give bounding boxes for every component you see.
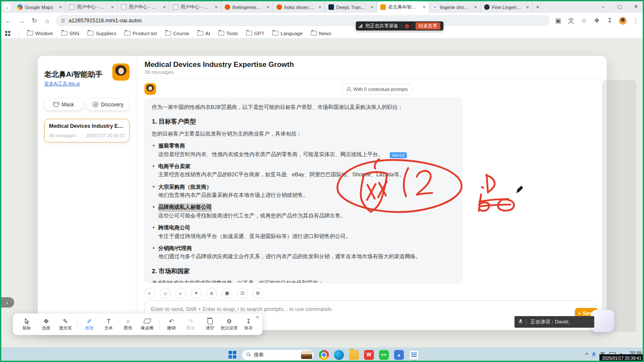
section-1-intro: 您的目标客户主要是以批发和分销为主的商业客户，具体包括： xyxy=(152,130,455,138)
tab-google-maps[interactable]: Google Maps✕ xyxy=(14,1,66,13)
tab-close-icon[interactable]: ✕ xyxy=(525,4,530,10)
browser-tab-bar: ⌄ Google Maps✕ 用户中心 - 首页✕ 用户中心 - 首页✕ 用户中… xyxy=(0,0,644,13)
emoji-icon[interactable]: ☺ xyxy=(160,288,171,299)
tool-eraser[interactable]: 橡皮擦 xyxy=(138,317,157,331)
downloads-icon[interactable]: ↧ xyxy=(606,17,614,24)
minimize-button[interactable]: – xyxy=(595,0,611,13)
site-info-icon[interactable]: ☰ xyxy=(61,18,65,24)
taskbar-search[interactable]: 搜索 xyxy=(242,350,314,360)
robot-icon[interactable]: ⊡ xyxy=(237,288,248,299)
toolbar-right-icons: ▣ 文 ☆ ❖ ↧ ⋮ xyxy=(554,17,640,25)
tab-close-icon[interactable]: ✕ xyxy=(369,4,374,10)
address-bar[interactable]: ☰ a12657915116.mini1-oai.autos xyxy=(56,15,550,26)
tab-search-chevron-icon[interactable]: ⌄ xyxy=(3,3,11,11)
bookmark-folder-course[interactable]: Course xyxy=(165,31,189,36)
tool-select[interactable]: ✥ 选择 xyxy=(36,317,56,331)
plugins-grid-icon[interactable]: ⊞ xyxy=(253,288,263,299)
more-tools-link[interactable]: 更多Ai工具:lbb.ai xyxy=(44,81,80,87)
taskbar-wechat-icon[interactable]: ●● xyxy=(379,350,389,360)
taskbar-app-icon[interactable]: ▲ xyxy=(394,350,404,360)
recording-dot-icon xyxy=(405,24,409,28)
datetime-tooltip: 2025/01/17 20:39:41 xyxy=(599,354,644,362)
tab-lingerie-shop-search[interactable]: Glingerie shop - G✕ xyxy=(429,1,481,13)
floating-widget[interactable] xyxy=(591,310,614,332)
bookmark-folder-wisdom[interactable]: Wisdom xyxy=(27,31,53,36)
tool-clear[interactable]: 清空 xyxy=(200,317,220,331)
bookmark-folder-ai[interactable]: AI xyxy=(197,31,210,36)
tab-laobeibi-active[interactable]: 老北鼻AI智能助手✕ xyxy=(377,1,429,13)
tab-user-center-3[interactable]: 用户中心 - 首页✕ xyxy=(169,1,221,13)
bookmark-folder-sns[interactable]: SNS xyxy=(61,31,80,36)
discovery-button[interactable]: @Discovery xyxy=(87,99,129,110)
bookmark-star-icon[interactable]: ☆ xyxy=(580,17,588,24)
folder-icon xyxy=(61,31,67,36)
tab-close-icon[interactable]: ✕ xyxy=(162,4,167,10)
stop-sharing-button[interactable]: 结束共享 xyxy=(415,22,440,30)
taskbar-notes-icon[interactable] xyxy=(409,350,419,360)
cast-icon[interactable]: ▣ xyxy=(554,17,562,24)
tab-close-icon[interactable]: ✕ xyxy=(317,4,322,10)
bookmark-folder-gpt[interactable]: GPT xyxy=(246,31,265,36)
taskbar-edge-icon[interactable] xyxy=(334,350,344,360)
tab-close-icon[interactable]: ✕ xyxy=(214,4,219,10)
tab-close-icon[interactable]: ✕ xyxy=(473,4,478,10)
tab-close-icon[interactable]: ✕ xyxy=(110,4,115,10)
bookmark-folder-suppliers[interactable]: Suppliers xyxy=(87,31,116,36)
taskbar-explorer-icon[interactable] xyxy=(349,350,359,360)
tab-close-icon[interactable]: ✕ xyxy=(58,4,63,10)
tool-mouse[interactable]: 鼠标 xyxy=(17,317,36,331)
mask-button[interactable]: Mask xyxy=(44,99,83,110)
tool-save[interactable]: ↧ 保存 xyxy=(239,317,258,331)
tool-laser-pen[interactable]: ✎ 激光笔 xyxy=(56,317,75,331)
window-controls: – ▢ ✕ xyxy=(595,0,644,13)
bookmark-folder-news[interactable]: News xyxy=(311,31,331,36)
font-size-icon[interactable]: A xyxy=(206,288,217,299)
tab-fine-lingerie[interactable]: Fine Lingerie, Sle✕ xyxy=(481,1,533,13)
left-panel-toggle[interactable]: › xyxy=(0,297,14,308)
taskbar-chrome-icon[interactable] xyxy=(319,350,329,360)
close-window-button[interactable]: ✕ xyxy=(628,0,644,13)
chat-list-item-selected[interactable]: Medical Devices Industry Exp... 38 messa… xyxy=(44,119,129,142)
back-icon[interactable]: ← xyxy=(4,17,13,24)
tool-annotation-settings[interactable]: ⚙ 批注设置 xyxy=(220,317,239,331)
screen: ⌄ Google Maps✕ 用户中心 - 首页✕ 用户中心 - 首页✕ 用户中… xyxy=(0,0,644,362)
new-tab-button[interactable]: + xyxy=(533,2,543,12)
profile-avatar[interactable] xyxy=(619,17,627,25)
bookmark-folder-product-list[interactable]: Product list xyxy=(124,31,157,36)
tab-user-center-1[interactable]: 用户中心 - 首页✕ xyxy=(66,1,117,13)
bookmark-folder-language[interactable]: Language xyxy=(272,31,302,36)
scroll-to-bottom-icon[interactable]: » xyxy=(144,288,155,299)
frame-icon[interactable]: ▣ xyxy=(222,288,232,299)
forward-icon[interactable]: → xyxy=(17,17,26,24)
tab-close-icon[interactable]: ✕ xyxy=(421,4,427,10)
taskbar-wps-icon[interactable]: W xyxy=(364,350,374,360)
cube-favicon-icon xyxy=(173,4,178,10)
tab-deepl[interactable]: DeepL Translate✕ xyxy=(325,1,377,13)
start-button[interactable] xyxy=(229,351,237,359)
prompt-wand-icon[interactable]: ✦ xyxy=(191,288,202,299)
apps-grid-icon[interactable] xyxy=(5,31,10,36)
maximize-button[interactable]: ▢ xyxy=(611,0,628,13)
tab-user-center-2[interactable]: 用户中心 - 首页✕ xyxy=(117,1,169,13)
contextual-prompts-pill[interactable]: With 0 contextual prompts xyxy=(341,84,413,95)
toolbar-close-icon[interactable]: ✕ xyxy=(256,315,259,320)
tool-undo[interactable]: ↶ 撤销 xyxy=(162,317,181,331)
bookmark-folder-tools[interactable]: Tools xyxy=(218,31,238,36)
tray-mic-icon[interactable] xyxy=(592,352,596,358)
home-icon[interactable]: ⌂ xyxy=(43,17,51,24)
tab-thelingerieshop[interactable]: thelingerieshop✕ xyxy=(221,1,273,13)
reload-icon[interactable]: ↻ xyxy=(30,17,39,24)
tool-text[interactable]: T 文本 xyxy=(99,317,118,331)
section-2-intro: 考虑到性感内衣的需求和消费趋势，以下是一些可能的目标市场和国家： xyxy=(152,279,455,283)
tab-hoka-shoes[interactable]: hoka shoes: Ove✕ xyxy=(273,1,325,13)
translate-icon[interactable]: 文 xyxy=(567,17,575,25)
extensions-icon[interactable]: ❖ xyxy=(593,17,601,24)
theme-icon[interactable]: ◐ xyxy=(175,288,186,299)
assistant-favicon-icon xyxy=(380,4,386,10)
tool-shape[interactable]: ○ 图形 xyxy=(118,317,138,331)
tray-chevron-icon[interactable]: ^ xyxy=(586,352,588,358)
menu-dots-icon[interactable]: ⋮ xyxy=(632,17,640,24)
tool-pen-active[interactable]: ✐ 画笔 xyxy=(80,317,99,331)
signal-icon xyxy=(359,24,362,28)
tab-close-icon[interactable]: ✕ xyxy=(265,4,271,10)
